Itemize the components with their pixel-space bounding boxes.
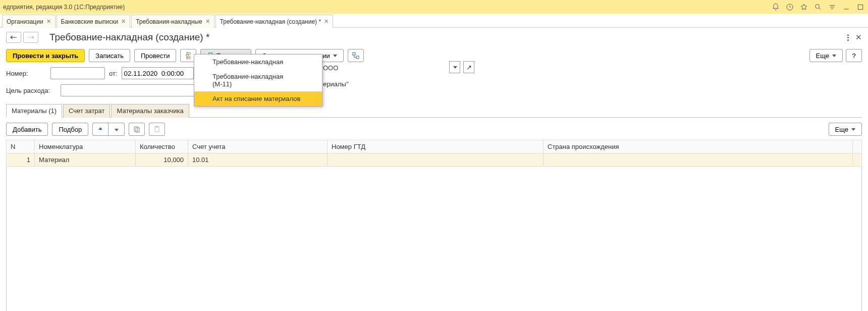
move-down-button[interactable]	[108, 123, 125, 136]
titlebar: едприятия, редакция 3.0 (1С:Предприятие)	[0, 0, 868, 14]
search-icon[interactable]	[813, 3, 823, 12]
chevron-down-icon	[333, 55, 337, 57]
close-icon[interactable]: ✕	[121, 18, 126, 25]
col-gtd[interactable]: Номер ГТД	[328, 140, 544, 153]
paste-icon	[153, 126, 160, 133]
filter-icon[interactable]	[828, 3, 837, 12]
warehouse-value-partial: ериалы"	[323, 80, 349, 88]
cell-n[interactable]: 1	[7, 153, 35, 167]
svg-rect-2	[858, 5, 862, 9]
org-open-button[interactable]: ↗	[463, 61, 474, 73]
svg-point-1	[816, 4, 820, 8]
org-value-partial: ООО	[323, 64, 338, 72]
more-menu-icon[interactable]	[844, 33, 851, 42]
main-toolbar: Провести и закрыть Записать Провести ДтК…	[6, 49, 862, 62]
star-icon[interactable]	[799, 3, 808, 12]
post-button[interactable]: Провести	[134, 49, 177, 62]
cell-origin[interactable]	[544, 153, 853, 167]
tab-requirements-list[interactable]: Требования-накладные✕	[131, 15, 214, 28]
close-icon[interactable]: ✕	[46, 18, 51, 25]
chevron-down-icon	[453, 66, 457, 69]
structure-icon	[352, 51, 360, 60]
tab-label: Требование-накладная (создание) *	[220, 18, 321, 25]
post-and-close-button[interactable]: Провести и закрыть	[6, 49, 85, 62]
col-n[interactable]: N	[7, 140, 35, 153]
structure-button[interactable]	[348, 49, 364, 62]
arrow-down-icon	[114, 126, 120, 132]
app-title: едприятия, редакция 3.0 (1С:Предприятие)	[3, 4, 125, 11]
col-quantity[interactable]: Количество	[136, 140, 188, 153]
svg-rect-6	[353, 53, 355, 55]
print-menu-item-act[interactable]: Акт на списание материалов	[194, 91, 322, 106]
history-icon[interactable]	[785, 3, 794, 12]
col-origin[interactable]: Страна происхождения	[544, 140, 853, 153]
svg-rect-7	[356, 56, 359, 59]
tab-label: Организации	[7, 18, 43, 25]
chevron-down-icon	[832, 55, 836, 57]
close-icon[interactable]: ✕	[324, 18, 329, 25]
cell-account[interactable]: 10.01	[188, 153, 328, 167]
arrow-up-icon	[97, 126, 103, 132]
help-button[interactable]: ?	[846, 49, 862, 62]
purpose-input[interactable]	[61, 84, 202, 96]
col-nomenclature[interactable]: Номенклатура	[35, 140, 136, 153]
purpose-label: Цель расхода:	[6, 87, 57, 94]
materials-table: N Номенклатура Количество Счет учета Ном…	[6, 140, 862, 311]
toolbar-more-button[interactable]: Еще	[809, 49, 843, 62]
from-label: от:	[109, 70, 118, 77]
paste-button[interactable]	[149, 123, 165, 136]
print-dropdown-menu: Требование-накладная Требование-накладна…	[194, 54, 322, 107]
subtab-customer-materials[interactable]: Материалы заказчика	[111, 104, 189, 118]
bell-icon[interactable]	[771, 3, 780, 12]
tab-label: Требования-накладные	[136, 18, 202, 25]
more-label: Еще	[816, 52, 829, 60]
minimize-icon[interactable]	[842, 3, 851, 12]
subtab-cost-account[interactable]: Счет затрат	[63, 104, 110, 118]
tab-organizations[interactable]: Организации✕	[2, 15, 56, 28]
chevron-down-icon	[851, 128, 855, 131]
table-row[interactable]: 1 Материал 10,000 10.01	[7, 153, 862, 167]
maximize-icon[interactable]	[856, 3, 865, 12]
cell-nomenclature[interactable]: Материал	[35, 153, 136, 167]
copy-button[interactable]	[129, 123, 145, 136]
print-menu-item-requirement[interactable]: Требование-накладная	[194, 55, 322, 69]
org-dropdown-button[interactable]	[449, 61, 460, 73]
cell-quantity[interactable]: 10,000	[136, 153, 188, 167]
tab-requirement-create[interactable]: Требование-накладная (создание) *✕	[215, 15, 333, 28]
titlebar-actions	[771, 3, 865, 12]
print-menu-item-m11[interactable]: Требование-накладная (М-11)	[194, 69, 322, 91]
cell-gtd[interactable]	[328, 153, 544, 167]
pick-button[interactable]: Подбор	[52, 123, 88, 136]
move-up-button[interactable]	[92, 123, 108, 136]
col-scroll	[853, 140, 862, 153]
number-label: Номер:	[6, 70, 46, 77]
copy-icon	[133, 126, 140, 133]
form-row-number: Номер: от: ООО ↗	[6, 67, 862, 79]
col-account[interactable]: Счет учета	[188, 140, 328, 153]
more-label: Еще	[835, 126, 848, 133]
nav-back-button[interactable]	[6, 32, 21, 43]
close-page-button[interactable]: ✕	[855, 33, 862, 42]
subtab-materials[interactable]: Материалы (1)	[6, 104, 62, 118]
form-row-purpose: Цель расхода: ериалы"	[6, 84, 862, 96]
table-empty-area[interactable]	[7, 167, 862, 312]
number-input[interactable]	[50, 67, 105, 79]
page-header: Требование-накладная (создание) * ✕	[6, 32, 862, 43]
document-tabs: Организации✕ Банковские выписки✕ Требова…	[0, 14, 868, 28]
tab-bank-statements[interactable]: Банковские выписки✕	[57, 15, 131, 28]
close-icon[interactable]: ✕	[205, 18, 210, 25]
cell-scroll	[853, 153, 862, 167]
date-input[interactable]	[122, 67, 193, 79]
add-row-button[interactable]: Добавить	[6, 123, 48, 136]
save-button[interactable]: Записать	[89, 49, 130, 62]
nav-forward-button[interactable]	[23, 32, 38, 43]
subtabs: Материалы (1) Счет затрат Материалы зака…	[6, 103, 862, 118]
table-more-button[interactable]: Еще	[829, 123, 862, 136]
page-content: Требование-накладная (создание) * ✕ Пров…	[0, 28, 868, 311]
table-header-row: N Номенклатура Количество Счет учета Ном…	[7, 140, 862, 153]
table-toolbar: Добавить Подбор Еще	[6, 123, 862, 136]
tab-label: Банковские выписки	[61, 18, 119, 25]
page-title: Требование-накладная (создание) *	[49, 32, 209, 43]
